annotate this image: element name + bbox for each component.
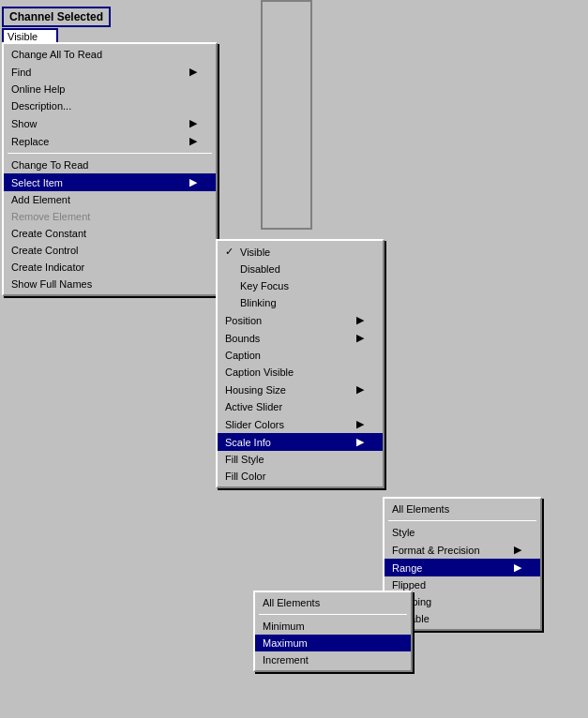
replace-arrow: ▶ xyxy=(189,135,197,147)
menu-item-change-all-to-read[interactable]: Change All To Read xyxy=(4,46,216,63)
separator-1 xyxy=(8,153,212,154)
range-arrow: ▶ xyxy=(514,561,521,574)
menu-item-change-to-read[interactable]: Change To Read xyxy=(4,157,216,173)
menu-item-all-elements-3[interactable]: All Elements xyxy=(384,501,540,517)
menu-item-show-full-names[interactable]: Show Full Names xyxy=(4,276,216,292)
menu-item-format-precision[interactable]: Format & Precision ▶ xyxy=(384,541,540,559)
menu-item-create-indicator[interactable]: Create Indicator xyxy=(4,259,216,276)
menu-item-disabled[interactable]: Disabled xyxy=(218,261,383,277)
disabled-check xyxy=(225,263,236,275)
key-focus-check xyxy=(225,280,236,292)
menu-item-select-item[interactable]: Select Item ▶ xyxy=(4,173,216,191)
menu-item-caption-visible[interactable]: Caption Visible xyxy=(218,364,383,381)
menu-item-description[interactable]: Description... xyxy=(4,97,216,114)
menu-item-housing-size[interactable]: Housing Size ▶ xyxy=(218,381,383,398)
menu-item-create-control[interactable]: Create Control xyxy=(4,242,216,259)
menu-item-fill-style[interactable]: Fill Style xyxy=(218,451,383,468)
visible-check: ✓ xyxy=(225,246,236,258)
position-arrow: ▶ xyxy=(356,314,364,326)
show-arrow: ▶ xyxy=(189,117,197,129)
menu-item-remove-element: Remove Element xyxy=(4,208,216,225)
slider-colors-arrow: ▶ xyxy=(356,418,364,430)
select-item-arrow: ▶ xyxy=(189,176,197,188)
menu-item-active-slider[interactable]: Active Slider xyxy=(218,398,383,415)
bounds-arrow: ▶ xyxy=(356,332,364,344)
menu-item-range[interactable]: Range ▶ xyxy=(384,559,540,576)
menu-item-replace[interactable]: Replace ▶ xyxy=(4,132,216,150)
separator-3 xyxy=(388,520,536,521)
menu-item-online-help[interactable]: Online Help xyxy=(4,81,216,97)
menu-item-increment[interactable]: Increment xyxy=(255,651,411,668)
menu-item-visible[interactable]: ✓ Visible xyxy=(218,243,383,261)
find-arrow: ▶ xyxy=(189,66,197,78)
menu-item-blinking[interactable]: Blinking xyxy=(218,294,383,311)
housing-size-arrow: ▶ xyxy=(356,383,364,396)
menu-item-position[interactable]: Position ▶ xyxy=(218,311,383,329)
menu-item-create-constant[interactable]: Create Constant xyxy=(4,225,216,242)
blinking-check xyxy=(225,297,236,308)
channel-selected-label: Channel Selected xyxy=(2,7,111,27)
context-menu-2: ✓ Visible Disabled Key Focus Blinking Po… xyxy=(216,239,384,488)
scale-info-arrow: ▶ xyxy=(356,436,364,448)
menu-item-bounds[interactable]: Bounds ▶ xyxy=(218,329,383,347)
menu-item-style[interactable]: Style xyxy=(384,524,540,541)
context-menu-4: All Elements Minimum Maximum Increment xyxy=(253,591,413,672)
menu-item-maximum[interactable]: Maximum xyxy=(255,635,411,651)
menu-item-caption[interactable]: Caption xyxy=(218,347,383,364)
menu-item-all-elements-sub[interactable]: All Elements xyxy=(255,594,411,611)
menu-item-minimum[interactable]: Minimum xyxy=(255,618,411,635)
format-precision-arrow: ▶ xyxy=(514,544,521,556)
menu-item-add-element[interactable]: Add Element xyxy=(4,191,216,208)
menu-item-scale-info[interactable]: Scale Info ▶ xyxy=(218,433,383,451)
menu-item-find[interactable]: Find ▶ xyxy=(4,63,216,81)
menu-item-slider-colors[interactable]: Slider Colors ▶ xyxy=(218,415,383,433)
menu-item-key-focus[interactable]: Key Focus xyxy=(218,277,383,294)
separator-4 xyxy=(259,614,407,615)
menu-item-show[interactable]: Show ▶ xyxy=(4,114,216,132)
panel-strip xyxy=(261,0,312,230)
menu-item-fill-color[interactable]: Fill Color xyxy=(218,468,383,485)
context-menu-1: Change All To Read Find ▶ Online Help De… xyxy=(2,42,218,296)
